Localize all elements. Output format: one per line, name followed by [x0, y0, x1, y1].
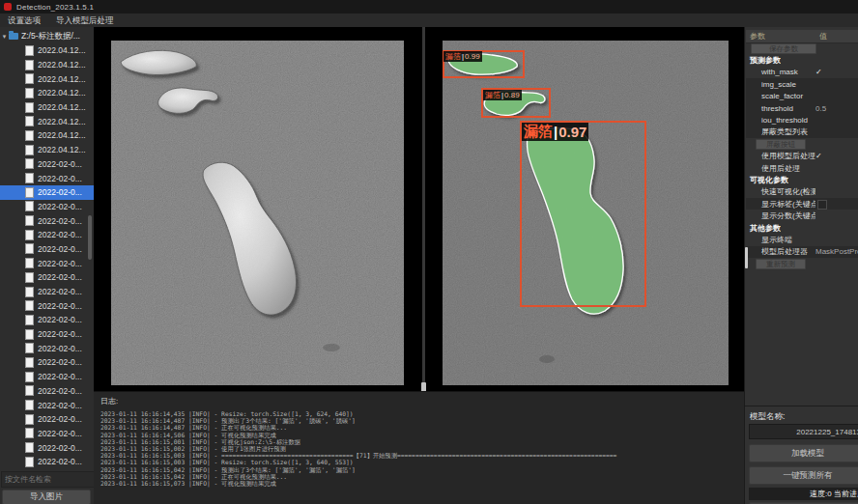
tree-item[interactable]: 2022-02-0...	[0, 285, 94, 299]
tree-item[interactable]: 2022-02-0...	[0, 427, 94, 441]
file-icon	[25, 414, 34, 425]
menu-item-1[interactable]: 设置选项	[0, 14, 48, 27]
param-button-row[interactable]: 重新预测	[746, 258, 858, 269]
param-section[interactable]: 其他参数	[746, 222, 858, 234]
param-row[interactable]: img_scale	[746, 78, 858, 90]
file-icon	[25, 315, 34, 325]
file-tree[interactable]: ▾ Z:/5-标注数据/... 2022.04.12...2022.04.12.…	[0, 29, 94, 471]
tree-item-selected[interactable]: 2022-02-0...	[0, 185, 94, 200]
file-icon	[25, 187, 34, 198]
import-images-button[interactable]: 导入图片	[2, 490, 91, 504]
image-splitter[interactable]	[422, 27, 425, 391]
tree-item[interactable]: 2022-02-0...	[0, 455, 94, 469]
file-icon	[25, 428, 34, 438]
tree-item[interactable]: 2022.04.12...	[0, 100, 94, 115]
param-label: 使用模型后处理	[746, 151, 815, 161]
tree-item[interactable]: 2022.04.12...	[0, 143, 94, 157]
param-row[interactable]: iou_threshold	[746, 114, 858, 126]
log-title: 日志:	[100, 396, 744, 406]
param-action-button[interactable]: 重新预测	[756, 259, 806, 269]
tree-item[interactable]: 2022-02-0...	[0, 313, 94, 327]
search-input[interactable]	[1, 471, 95, 488]
tree-item[interactable]: 2022-02-0...	[0, 228, 94, 242]
param-action-button[interactable]: 屏蔽按钮	[756, 139, 806, 150]
tree-root[interactable]: ▾ Z:/5-标注数据/...	[0, 29, 94, 43]
tree-item[interactable]: 2022-02-0...	[0, 213, 94, 228]
file-icon	[25, 287, 34, 297]
tree-item[interactable]: 2022.04.12...	[0, 114, 94, 128]
detection-score: 0.97	[558, 124, 586, 140]
tree-item-label: 2022.04.12...	[38, 145, 86, 154]
tree-item[interactable]: 2022-02-0...	[0, 370, 94, 384]
file-icon	[25, 45, 34, 56]
tree-item[interactable]: 2022-02-0...	[0, 327, 94, 342]
param-section-label: 其他参数	[746, 223, 781, 234]
predict-all-button[interactable]: 一键预测所有	[749, 466, 858, 485]
tree-item[interactable]: 2022-02-0...	[0, 242, 94, 257]
model-name-input[interactable]	[749, 424, 858, 439]
param-row[interactable]: 显示标签(关键点)	[746, 198, 858, 210]
label-separator: |	[554, 124, 558, 140]
file-icon	[25, 158, 34, 169]
detection-label-2: 漏箔|0.89	[483, 90, 522, 100]
tree-item[interactable]: 2022-02-0...	[0, 200, 94, 214]
param-row[interactable]: 显示分数(关键点)	[746, 210, 858, 221]
menu-item-2[interactable]: 导入模型后处理	[48, 14, 122, 27]
tree-item[interactable]: 2022-02-0...	[0, 341, 94, 355]
tree-item[interactable]: 2022.04.12...	[0, 86, 94, 100]
param-row[interactable]: 使用模型后处理✓	[746, 151, 858, 162]
menu-bar: 设置选项导入模型后处理	[0, 14, 858, 28]
load-model-button[interactable]: 加载模型	[749, 444, 858, 462]
chevron-down-icon[interactable]: ▾	[0, 33, 9, 41]
param-section[interactable]: 预测参数	[746, 54, 858, 66]
file-icon	[25, 130, 34, 141]
param-row[interactable]: 显示终端	[746, 234, 858, 245]
param-checkbox[interactable]	[817, 200, 827, 210]
file-icon	[25, 372, 34, 382]
detection-class: 漏箔	[445, 51, 461, 62]
tree-item[interactable]: 2022.04.12...	[0, 71, 94, 86]
param-row[interactable]: with_mask✓	[746, 67, 858, 78]
tree-item-label: 2022-02-0...	[38, 272, 82, 282]
param-row[interactable]: 屏蔽类型列表	[746, 126, 858, 138]
tree-item[interactable]: 2022-02-0...	[0, 157, 94, 172]
tree-item-label: 2022-02-0...	[38, 401, 82, 410]
model-name-label: 模型名称:	[750, 411, 785, 423]
prediction-image-panel: 漏箔|0.99 漏箔|0.89 漏箔|0.97	[443, 41, 729, 385]
log-line: 2023-01-11 16:16:15,073 |INFO| - 可视化预测结果…	[100, 480, 744, 487]
log-line: 2023-01-11 16:16:15,042 |INFO| - 预测出了3个结…	[100, 466, 744, 473]
tree-item[interactable]: 2022-02-0...	[0, 298, 94, 313]
param-button-row[interactable]: 屏蔽按钮	[746, 138, 858, 150]
tree-item[interactable]: 2022.04.12...	[0, 43, 94, 58]
file-icon	[25, 116, 34, 126]
tree-item[interactable]: 2022-02-0...	[0, 355, 94, 370]
tree-item[interactable]: 2022.04.12...	[0, 128, 94, 143]
log-console[interactable]: 日志: 2023-01-11 16:16:14,435 |INFO| - Res…	[94, 391, 744, 504]
param-label: scale_factor	[746, 92, 815, 100]
param-section[interactable]: 可视化参数	[746, 174, 858, 185]
param-row[interactable]: 模型后处理器MaskPostPro	[746, 246, 858, 258]
tree-item[interactable]: 2022-02-0...	[0, 412, 94, 427]
param-row[interactable]: threshold0.5	[746, 102, 858, 114]
save-params-button[interactable]: 保存参数	[751, 43, 816, 54]
tree-item[interactable]: 2022.04.12...	[0, 58, 94, 72]
tree-item[interactable]: 2022-02-0...	[0, 440, 94, 455]
tree-item[interactable]: 2022-02-0...	[0, 384, 94, 399]
tree-item-label: 2022-02-0...	[38, 315, 82, 324]
window-title: Detection_2023.1.5.1	[16, 3, 94, 12]
param-label: 屏蔽类型列表	[746, 126, 815, 137]
params-scrollbar[interactable]	[745, 247, 748, 268]
param-row[interactable]: 使用后处理	[746, 162, 858, 174]
detection-box-3	[520, 121, 646, 307]
tree-item[interactable]: 2022-02-0...	[0, 256, 94, 270]
param-row[interactable]: scale_factor	[746, 91, 858, 102]
tree-item[interactable]: 2022-02-0...	[0, 171, 94, 185]
param-section-label: 可视化参数	[746, 175, 788, 185]
param-value: ✓	[815, 152, 858, 160]
file-icon	[25, 400, 34, 410]
detection-score: 0.89	[504, 91, 520, 99]
tree-item[interactable]: 2022-02-0...	[0, 398, 94, 412]
sidebar-scrollbar[interactable]	[88, 215, 92, 260]
tree-item[interactable]: 2022-02-0...	[0, 270, 94, 285]
param-row[interactable]: 快速可视化(检测)	[746, 186, 858, 198]
